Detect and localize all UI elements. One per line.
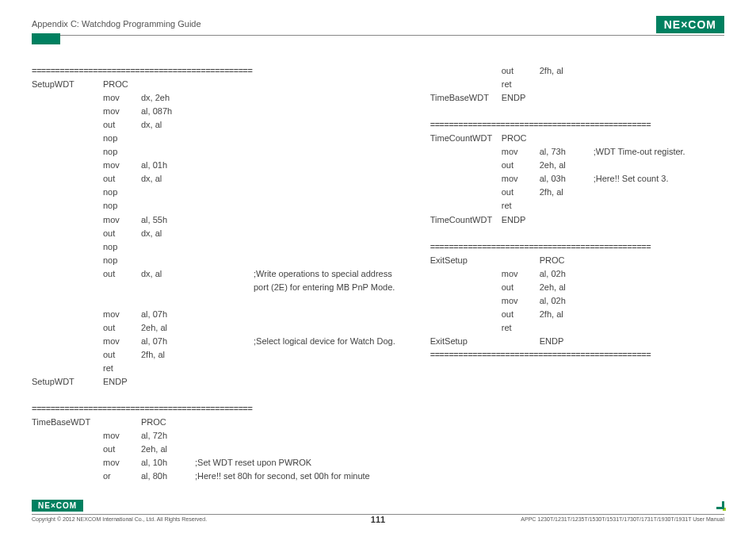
footer-logo: NE×COM bbox=[32, 500, 83, 512]
code-line: out2fh, al bbox=[32, 348, 395, 362]
code-line: nop bbox=[32, 186, 395, 199]
code-column-left: ========================================… bbox=[32, 64, 395, 483]
code-line: nop bbox=[32, 199, 395, 213]
code-line: moval, 10h;Set WDT reset upon PWROK bbox=[32, 456, 395, 470]
code-line: out2fh, al bbox=[430, 308, 724, 321]
code-line: nop bbox=[32, 240, 395, 254]
code-line bbox=[430, 227, 724, 240]
page-number: 111 bbox=[371, 515, 385, 524]
code-line: TimeCountWDTPROC bbox=[430, 132, 724, 145]
code-line: ========================================… bbox=[430, 118, 724, 132]
code-line bbox=[32, 389, 395, 402]
code-line: ========================================… bbox=[32, 402, 395, 416]
code-line: ExitSetupPROC bbox=[430, 254, 724, 267]
code-line: TimeBaseWDTENDP bbox=[430, 91, 724, 105]
code-line bbox=[32, 294, 395, 308]
code-line: nop bbox=[32, 254, 395, 267]
code-line: out2eh, al bbox=[32, 321, 395, 335]
code-line: ret bbox=[430, 78, 724, 91]
code-line: out2eh, al bbox=[32, 443, 395, 456]
copyright-text: Copyright © 2012 NEXCOM International Co… bbox=[32, 516, 207, 522]
code-line: SetupWDTPROC bbox=[32, 78, 395, 91]
code-column-right: out2fh, alretTimeBaseWDTENDP ===========… bbox=[430, 64, 724, 483]
code-line: moval, 07h;Select logical device for Wat… bbox=[32, 335, 395, 348]
code-line: out2eh, al bbox=[430, 159, 724, 172]
code-line: TimeBaseWDTPROC bbox=[32, 416, 395, 429]
code-line: moval, 72h bbox=[32, 429, 395, 443]
code-line: moval, 55h bbox=[32, 213, 395, 227]
corner-decoration bbox=[716, 501, 724, 509]
code-content: ========================================… bbox=[32, 64, 724, 483]
code-line: outdx, al;Write operations to special ad… bbox=[32, 267, 395, 281]
code-line: moval, 01h bbox=[32, 159, 395, 172]
code-line: ========================================… bbox=[430, 348, 724, 362]
page-header: Appendix C: Watchdog Programming Guide N… bbox=[32, 16, 724, 36]
header-title: Appendix C: Watchdog Programming Guide bbox=[32, 16, 201, 29]
code-line: ret bbox=[32, 362, 395, 375]
code-line: outdx, al bbox=[32, 172, 395, 186]
code-line: nop bbox=[32, 145, 395, 159]
code-line: moval, 07h bbox=[32, 308, 395, 321]
code-line: outdx, al bbox=[32, 227, 395, 240]
code-line: ret bbox=[430, 199, 724, 213]
code-line: port (2E) for entering MB PnP Mode. bbox=[32, 281, 395, 294]
code-line: moval, 02h bbox=[430, 294, 724, 308]
code-line: outdx, al bbox=[32, 118, 395, 132]
page-footer: NE×COM Copyright © 2012 NEXCOM Internati… bbox=[32, 514, 724, 522]
code-line: out2eh, al bbox=[430, 281, 724, 294]
code-line: ret bbox=[430, 321, 724, 335]
code-line: ExitSetupENDP bbox=[430, 335, 724, 348]
section-tab-mark bbox=[32, 33, 60, 44]
code-line: ========================================… bbox=[430, 240, 724, 254]
code-line bbox=[430, 105, 724, 118]
code-line: ========================================… bbox=[32, 64, 395, 78]
brand-logo: NE×COM bbox=[656, 16, 724, 33]
code-line: SetupWDTENDP bbox=[32, 375, 395, 389]
code-line: moval, 02h bbox=[430, 267, 724, 281]
code-line: moval, 73h;WDT Time-out register. bbox=[430, 145, 724, 159]
code-line: moval, 03h;Here!! Set count 3. bbox=[430, 172, 724, 186]
code-line: out2fh, al bbox=[430, 186, 724, 199]
manual-reference: APPC 1230T/1231T/1235T/1530T/1531T/1730T… bbox=[521, 516, 724, 522]
code-line: out2fh, al bbox=[430, 64, 724, 78]
code-line: nop bbox=[32, 132, 395, 145]
code-line: moval, 087h bbox=[32, 105, 395, 118]
code-line: TimeCountWDTENDP bbox=[430, 213, 724, 227]
code-line: oral, 80h;Here!! set 80h for second, set… bbox=[32, 470, 395, 483]
code-line: movdx, 2eh bbox=[32, 91, 395, 105]
